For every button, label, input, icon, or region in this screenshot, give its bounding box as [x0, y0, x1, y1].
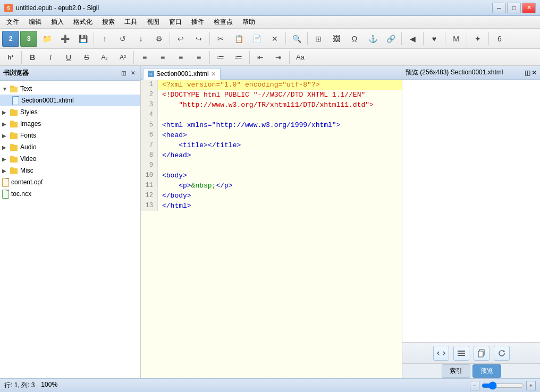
- up-btn[interactable]: ↑: [96, 31, 113, 47]
- index-tab[interactable]: 索引: [442, 364, 470, 378]
- ol-btn[interactable]: ≔: [230, 49, 247, 65]
- restore-button[interactable]: □: [507, 3, 521, 13]
- sidebar-item-Text[interactable]: ▼Text: [0, 83, 140, 95]
- sidebar-item-Audio[interactable]: ▶Audio: [0, 141, 140, 153]
- sidebar-item-contentopf[interactable]: content.opf: [0, 176, 140, 188]
- line-content-9[interactable]: [158, 160, 162, 171]
- align-center-btn[interactable]: ≡: [154, 49, 171, 65]
- close-button[interactable]: ✕: [522, 3, 536, 13]
- settings-btn[interactable]: ⚙: [150, 31, 167, 47]
- grid-btn[interactable]: ⊞: [310, 31, 327, 47]
- save-btn[interactable]: 💾: [74, 31, 91, 47]
- strike-btn[interactable]: S: [78, 49, 95, 65]
- undo2-btn[interactable]: ↩: [172, 31, 189, 47]
- back-btn[interactable]: ◀: [404, 31, 421, 47]
- align-justify-btn[interactable]: ≡: [190, 49, 207, 65]
- menu-item-编辑[interactable]: 编辑: [24, 16, 46, 28]
- search-btn[interactable]: 🔍: [288, 31, 305, 47]
- undo-btn[interactable]: ↺: [114, 31, 131, 47]
- line-content-8[interactable]: </head>: [158, 150, 191, 160]
- menu-item-视图[interactable]: 视图: [142, 16, 164, 28]
- superscript-btn[interactable]: A²: [114, 49, 131, 65]
- zoom-out-button[interactable]: −: [470, 381, 479, 390]
- line-content-12[interactable]: </body>: [158, 191, 191, 201]
- italic-btn[interactable]: I: [42, 49, 59, 65]
- sidebar-item-Video[interactable]: ▶Video: [0, 153, 140, 165]
- down-btn[interactable]: ↓: [132, 31, 149, 47]
- btn-2[interactable]: 2: [2, 31, 19, 47]
- preview-close-button[interactable]: ✕: [531, 69, 537, 76]
- sidebar-item-Fonts[interactable]: ▶Fonts: [0, 130, 140, 141]
- redo-btn[interactable]: ↪: [190, 31, 207, 47]
- link-btn[interactable]: 🔗: [382, 31, 399, 47]
- zoom-in-button[interactable]: +: [526, 381, 536, 390]
- preview-undock-button[interactable]: ◫: [525, 69, 530, 76]
- menu-item-搜索[interactable]: 搜索: [98, 16, 119, 28]
- ul-btn[interactable]: ≔: [212, 49, 229, 65]
- sidebar-undock-button[interactable]: ◫: [119, 69, 128, 78]
- toolbar2-separator: [289, 51, 290, 64]
- outdent-btn[interactable]: ⇤: [252, 49, 269, 65]
- refresh-button[interactable]: [494, 346, 510, 361]
- tab-close-button[interactable]: ✕: [211, 71, 216, 78]
- sidebar-item-Styles[interactable]: ▶Styles: [0, 106, 140, 118]
- preview-toolbar: [402, 342, 540, 363]
- menu-item-工具[interactable]: 工具: [120, 16, 141, 28]
- line-content-1[interactable]: <?xml version="1.0" encoding="utf-8"?>: [158, 80, 319, 90]
- line-content-10[interactable]: <body>: [158, 171, 187, 181]
- align-right-btn[interactable]: ≡: [172, 49, 189, 65]
- line-content-3[interactable]: "http://www.w3.org/TR/xhtml11/DTD/xhtml1…: [158, 100, 374, 110]
- menu-item-文件[interactable]: 文件: [2, 16, 23, 28]
- underline-btn[interactable]: U: [60, 49, 77, 65]
- preview-tab[interactable]: 预览: [473, 364, 501, 378]
- paste-btn[interactable]: 📄: [248, 31, 265, 47]
- add-btn[interactable]: ➕: [56, 31, 73, 47]
- menu-item-帮助[interactable]: 帮助: [238, 16, 259, 28]
- code-view-button[interactable]: [433, 346, 449, 361]
- bold-btn[interactable]: B: [24, 49, 41, 65]
- star-btn[interactable]: ✦: [469, 31, 486, 47]
- line-content-5[interactable]: <html xmlns="http://www.w3.org/1999/xhtm…: [158, 120, 340, 130]
- line-content-6[interactable]: <head>: [158, 130, 187, 140]
- zoom-slider[interactable]: [482, 382, 524, 389]
- toolbar1-separator: [307, 32, 308, 45]
- align-left-btn[interactable]: ≡: [136, 49, 153, 65]
- menu-item-窗口[interactable]: 窗口: [165, 16, 186, 28]
- image-btn[interactable]: 🖼: [328, 31, 345, 47]
- line-content-11[interactable]: <p>&nbsp;</p>: [158, 181, 233, 191]
- menu-item-插入[interactable]: 插入: [47, 16, 68, 28]
- line-content-7[interactable]: <title></title>: [158, 140, 241, 150]
- indent-btn[interactable]: ⇥: [270, 49, 287, 65]
- sidebar-item-Images[interactable]: ▶Images: [0, 118, 140, 130]
- editor-tab-section0001[interactable]: H Section0001.xhtml ✕: [143, 68, 221, 80]
- btn-3[interactable]: 3: [20, 31, 37, 47]
- line-content-2[interactable]: <!DOCTYPE html PUBLIC "-//W3C//DTD XHTML…: [158, 90, 365, 100]
- copy-btn[interactable]: 📋: [230, 31, 247, 47]
- six-btn[interactable]: 6: [491, 31, 508, 47]
- menu-item-格式化[interactable]: 格式化: [69, 16, 97, 28]
- copy-button[interactable]: [474, 346, 490, 361]
- cut-btn[interactable]: ✂: [212, 31, 229, 47]
- m-btn[interactable]: M: [448, 31, 465, 47]
- line-content-13[interactable]: </html>: [158, 201, 191, 211]
- preview-controls: ◫ ✕: [525, 69, 537, 76]
- sidebar-close-button[interactable]: ✕: [129, 69, 137, 78]
- code-editor[interactable]: 1<?xml version="1.0" encoding="utf-8"?>2…: [141, 80, 402, 378]
- line-content-4[interactable]: [158, 110, 162, 120]
- heart-btn[interactable]: ♥: [426, 31, 443, 47]
- font-dialog-btn[interactable]: Aa: [292, 49, 309, 65]
- sidebar-item-tocncx[interactable]: toc.ncx: [0, 188, 140, 200]
- minimize-button[interactable]: ─: [492, 3, 506, 13]
- sidebar-item-Misc[interactable]: ▶Misc: [0, 165, 140, 176]
- menu-item-插件[interactable]: 插件: [187, 16, 208, 28]
- sidebar-item-Section0001xhtml[interactable]: Section0001.xhtml: [0, 95, 140, 106]
- omega-btn[interactable]: Ω: [346, 31, 363, 47]
- h-btn[interactable]: h*: [2, 49, 19, 65]
- delete-btn[interactable]: ✕: [266, 31, 283, 47]
- subscript-btn[interactable]: A₂: [96, 49, 113, 65]
- list-view-button[interactable]: [453, 346, 469, 361]
- code-line-9: 9: [141, 160, 402, 171]
- menu-item-检查点[interactable]: 检查点: [209, 16, 237, 28]
- open-btn[interactable]: 📁: [38, 31, 55, 47]
- anchor-btn[interactable]: ⚓: [364, 31, 381, 47]
